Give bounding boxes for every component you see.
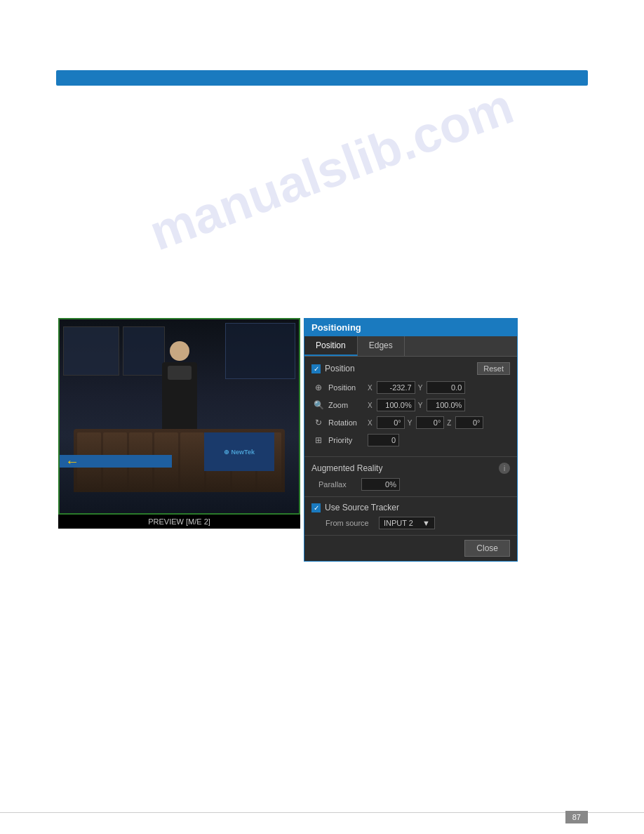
from-source-row: From source INPUT 2 ▼ [311, 517, 510, 529]
rot-z-axis: Z [447, 419, 451, 427]
parallax-label: Parallax [318, 480, 357, 489]
preview-screen: ⊕ NewTek ← [58, 318, 300, 515]
ar-header: Augmented Reality i [311, 463, 510, 474]
zoom-param-row: 🔍 Zoom X Y [311, 398, 510, 412]
tracker-label: Use Source Tracker [325, 503, 399, 512]
position-param-row: ⊕ Position X Y [311, 380, 510, 395]
reset-button[interactable]: Reset [477, 362, 510, 375]
zoom-y-input[interactable] [427, 399, 465, 411]
tab-position-label: Position [316, 340, 346, 350]
position-icon: ⊕ [311, 380, 326, 395]
tab-edges-label: Edges [369, 340, 393, 350]
zoom-param-label: Zoom [328, 401, 365, 409]
source-value: INPUT 2 [384, 519, 413, 527]
newtek-logo-text: ⊕ NewTek [224, 449, 255, 456]
person-silhouette [159, 341, 201, 432]
pos-x-axis: X [368, 384, 373, 392]
position-section: ✓ Position Reset ⊕ Position X Y 🔍 Zoom X… [304, 357, 517, 457]
rot-y-axis: Y [408, 419, 412, 427]
zoom-x-input[interactable] [377, 399, 415, 411]
section-header: ✓ Position Reset [311, 362, 510, 375]
page-num-text: 87 [572, 813, 581, 821]
source-select[interactable]: INPUT 2 ▼ [379, 517, 435, 529]
position-y-input[interactable] [427, 381, 465, 394]
tab-position[interactable]: Position [304, 336, 358, 356]
position-param-label: Position [328, 383, 365, 392]
page-number: 87 [565, 811, 588, 823]
from-source-label: From source [326, 519, 375, 527]
bottom-bar [0, 812, 644, 813]
tab-edges[interactable]: Edges [358, 336, 405, 356]
panel-title-bar: Positioning [304, 319, 517, 336]
select-chevron-icon: ▼ [422, 519, 430, 527]
tracker-checkbox[interactable]: ✓ [311, 503, 321, 512]
rotation-param-row: ↻ Rotation X Y Z [311, 416, 510, 430]
rotation-param-label: Rotation [328, 418, 365, 427]
section-title: ✓ Position [311, 364, 355, 373]
preview-container: ⊕ NewTek ← PREVIEW [M/E 2] [58, 318, 300, 529]
tracker-section: ✓ Use Source Tracker From source INPUT 2… [304, 497, 517, 536]
position-x-input[interactable] [377, 381, 415, 394]
rotation-y-input[interactable] [416, 416, 444, 429]
parallax-input[interactable] [361, 478, 400, 491]
blue-bar: ← [60, 455, 172, 468]
ar-info-icon[interactable]: i [499, 463, 510, 474]
rotation-icon: ↻ [311, 416, 326, 430]
rotation-z-input[interactable] [455, 416, 483, 429]
rotation-x-input[interactable] [377, 416, 405, 429]
augmented-reality-section: Augmented Reality i Parallax [304, 457, 517, 497]
newtek-screen: ⊕ NewTek [204, 432, 274, 471]
priority-param-row: ⊞ Priority [311, 433, 510, 447]
positioning-panel: Positioning Position Edges ✓ Position Re… [304, 318, 518, 562]
parallax-row: Parallax [311, 478, 510, 491]
ar-title: Augmented Reality [311, 463, 382, 473]
zoom-x-axis: X [368, 402, 373, 409]
preview-label: PREVIEW [M/E 2] [58, 515, 300, 529]
panel-title: Positioning [311, 322, 361, 333]
zoom-icon: 🔍 [311, 398, 326, 412]
preview-label-text: PREVIEW [M/E 2] [148, 517, 210, 526]
panel-footer: Close [304, 536, 517, 561]
position-checkbox[interactable]: ✓ [311, 364, 321, 373]
yellow-arrow-icon: ← [65, 454, 79, 468]
top-banner [56, 70, 588, 86]
person-head [170, 341, 189, 361]
pos-y-axis: Y [418, 384, 423, 392]
watermark: manualslib.com [142, 77, 520, 261]
priority-input[interactable] [368, 434, 399, 446]
close-button[interactable]: Close [464, 540, 510, 557]
position-label: Position [325, 364, 355, 373]
priority-param-label: Priority [328, 436, 365, 444]
studio-background: ⊕ NewTek ← [60, 319, 299, 513]
tracker-row: ✓ Use Source Tracker [311, 503, 510, 512]
priority-icon: ⊞ [311, 433, 326, 447]
panel-tabs: Position Edges [304, 336, 517, 357]
zoom-y-axis: Y [418, 402, 423, 409]
person-body [162, 362, 197, 432]
rot-x-axis: X [368, 419, 373, 427]
